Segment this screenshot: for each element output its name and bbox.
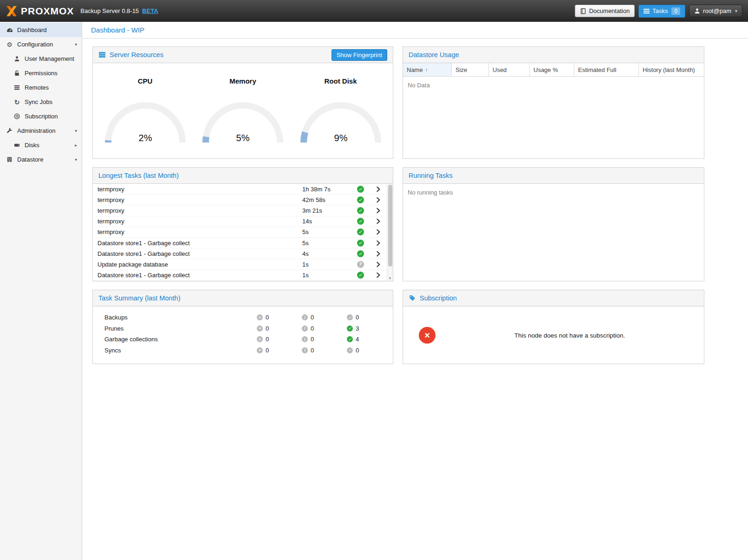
column-header-usage-pct[interactable]: Usage % (530, 63, 574, 76)
task-name: Update package database (98, 261, 302, 268)
sidebar-item-label: Subscription (25, 113, 58, 120)
chevron-right-icon[interactable] (370, 196, 386, 203)
column-header-used[interactable]: Used (489, 63, 530, 76)
sidebar-item-user-management[interactable]: User Management (0, 52, 82, 66)
gauge-label: CPU (100, 77, 191, 85)
chevron-right-icon[interactable] (370, 250, 386, 257)
task-status-icon: ✓ (357, 218, 364, 225)
task-summary-list: Backups × 0 ! 0 ✓ (93, 306, 393, 356)
vertical-scrollbar[interactable]: ▾ (387, 184, 393, 281)
task-summary-row: Syncs × 0 ! 0 ✓ (104, 345, 393, 356)
sidebar-item-remotes[interactable]: Remotes (0, 80, 82, 95)
sidebar-item-dashboard[interactable]: Dashboard (0, 23, 82, 37)
subscription-message: This node does not have a subscription. (436, 332, 704, 339)
error-count: 0 (266, 347, 269, 354)
column-header-size[interactable]: Size (452, 63, 489, 76)
sidebar-item-datastore[interactable]: Datastore ▾ (0, 152, 82, 167)
sidebar-item-disks[interactable]: Disks ▸ (0, 138, 82, 152)
task-name: Datastore store1 - Garbage collect (98, 272, 302, 279)
table-header: Name ↑ Size Used Usage % Estimated Full … (403, 63, 704, 77)
sync-icon: ↻ (13, 98, 21, 106)
sidebar-item-label: Dashboard (17, 26, 47, 33)
task-duration: 1s (302, 261, 351, 268)
chevron-down-icon[interactable]: ▾ (75, 157, 77, 162)
unlock-icon (13, 70, 21, 76)
task-status-icon: ✓ (357, 250, 364, 257)
top-actions: Documentation Tasks 0 root@pam ▾ (575, 5, 742, 18)
chevron-right-icon[interactable] (370, 272, 386, 279)
task-name: termproxy (98, 207, 302, 214)
warning-count: 0 (311, 347, 314, 354)
chevron-down-icon[interactable]: ▾ (75, 42, 77, 47)
task-duration: 5s (302, 240, 351, 247)
tasks-label: Tasks (652, 7, 668, 14)
no-running-tasks-text: No running tasks (403, 184, 704, 201)
sidebar-item-administration[interactable]: Administration ▾ (0, 124, 82, 138)
chevron-right-icon[interactable] (370, 261, 386, 268)
chevron-right-icon[interactable] (370, 240, 386, 247)
tasks-button[interactable]: Tasks 0 (638, 5, 685, 18)
task-duration: 1s (302, 272, 351, 279)
svg-text:2%: 2% (138, 133, 152, 143)
warning-icon: ! (302, 347, 308, 353)
chevron-right-icon[interactable] (370, 186, 386, 193)
sidebar-item-configuration[interactable]: ⚙ Configuration ▾ (0, 37, 82, 52)
column-header-history[interactable]: History (last Month) (639, 63, 704, 76)
warning-count: 0 (311, 336, 314, 343)
list-icon (13, 85, 21, 91)
no-subscription-icon: × (419, 327, 436, 344)
task-row[interactable]: termproxy 42m 58s ✓ (93, 195, 393, 205)
chevron-down-icon[interactable]: ▾ (75, 128, 77, 133)
task-summary-row: Backups × 0 ! 0 ✓ (104, 312, 393, 323)
scrollbar-down-arrow[interactable]: ▾ (387, 276, 393, 280)
task-list: termproxy 1h 38m 7s ✓ termproxy (93, 184, 393, 281)
task-row[interactable]: termproxy 5s ✓ (93, 227, 393, 238)
task-status-icon: ✓ (357, 186, 364, 193)
show-fingerprint-button[interactable]: Show Fingerprint (332, 49, 387, 61)
task-status-icon: ✓ (357, 228, 364, 235)
task-name: termproxy (98, 186, 302, 193)
error-icon: × (257, 314, 263, 320)
task-row[interactable]: Datastore store1 - Garbage collect 5s ✓ (93, 238, 393, 248)
warning-icon: ! (302, 314, 308, 320)
sidebar-item-permissions[interactable]: Permissions (0, 66, 82, 80)
chevron-right-icon[interactable] (370, 218, 386, 225)
sidebar-item-label: Administration (17, 127, 55, 134)
column-header-name[interactable]: Name ↑ (403, 63, 452, 76)
task-row[interactable]: Update package database 1s ? (93, 259, 393, 270)
sidebar-item-label: User Management (25, 55, 74, 62)
task-row[interactable]: termproxy 14s ✓ (93, 216, 393, 227)
task-status-icon: ✓ (357, 240, 364, 247)
panel-title: Longest Tasks (last Month) (98, 172, 179, 179)
task-row[interactable]: termproxy 3m 21s ✓ (93, 205, 393, 216)
gauge-label: Memory (197, 77, 288, 85)
user-menu-button[interactable]: root@pam ▾ (689, 5, 742, 17)
task-row[interactable]: Datastore store1 - Garbage collect 4s ✓ (93, 248, 393, 259)
memory-gauge-arc: 5% (197, 96, 288, 146)
chevron-right-icon[interactable]: ▸ (75, 143, 77, 148)
task-status-icon: ✓ (357, 207, 364, 214)
task-duration: 5s (302, 228, 351, 235)
documentation-label: Documentation (589, 7, 630, 14)
beta-link[interactable]: BETA (142, 7, 158, 14)
tasks-count-badge: 0 (671, 7, 680, 15)
scrollbar-thumb[interactable] (388, 185, 392, 267)
task-row[interactable]: termproxy 1h 38m 7s ✓ (93, 184, 393, 195)
chevron-right-icon[interactable] (370, 207, 386, 214)
gauge-label: Root Disk (295, 77, 386, 85)
gears-icon: ⚙ (6, 41, 13, 48)
documentation-button[interactable]: Documentation (575, 5, 635, 17)
task-status-icon: ? (357, 261, 364, 268)
sidebar-item-sync-jobs[interactable]: ↻ Sync Jobs (0, 95, 82, 109)
app-window: PROXMOX Backup Server 0.8-15 BETA Docume… (0, 0, 748, 560)
longest-tasks-panel: Longest Tasks (last Month) termproxy 1h … (92, 167, 393, 281)
server-resources-panel: Server Resources Show Fingerprint CPU 2%… (92, 46, 393, 159)
brand-name: PROXMOX (21, 6, 74, 17)
sidebar-item-label: Permissions (25, 70, 58, 77)
column-header-estimated-full[interactable]: Estimated Full (574, 63, 639, 76)
task-row[interactable]: Datastore store1 - Garbage collect 1s ✓ (93, 270, 393, 281)
sidebar-item-label: Sync Jobs (25, 98, 52, 105)
task-type-label: Backups (104, 314, 257, 321)
chevron-right-icon[interactable] (370, 228, 386, 235)
sidebar-item-subscription[interactable]: Subscription (0, 109, 82, 124)
